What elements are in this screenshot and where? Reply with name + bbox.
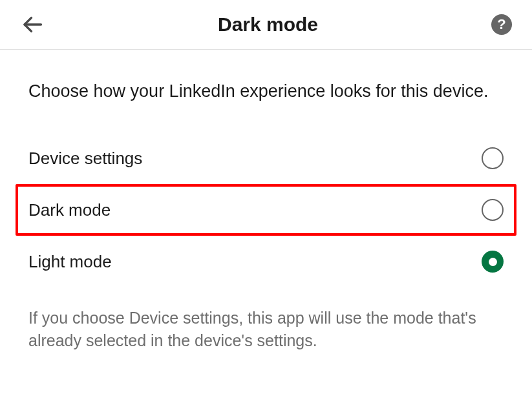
back-arrow-icon [21,13,44,36]
option-label: Device settings [28,149,142,169]
radio-device-settings[interactable] [482,147,504,169]
radio-dark-mode[interactable] [482,199,504,221]
option-device-settings[interactable]: Device settings [16,132,516,184]
radio-light-mode[interactable] [482,251,504,273]
option-label: Dark mode [28,200,111,220]
content: Choose how your LinkedIn experience look… [0,50,532,365]
option-light-mode[interactable]: Light mode [16,236,516,287]
back-button[interactable] [19,12,45,37]
option-label: Light mode [28,252,112,272]
page-title: Dark mode [45,14,491,36]
options-list: Device settings Dark mode Light mode [16,132,516,287]
header: Dark mode ? [0,0,532,50]
option-dark-mode[interactable]: Dark mode [16,184,516,236]
footnote-text: If you choose Device settings, this app … [28,307,504,352]
help-icon: ? [491,14,512,35]
help-button[interactable]: ? [491,14,513,36]
description-text: Choose how your LinkedIn experience look… [28,79,504,103]
